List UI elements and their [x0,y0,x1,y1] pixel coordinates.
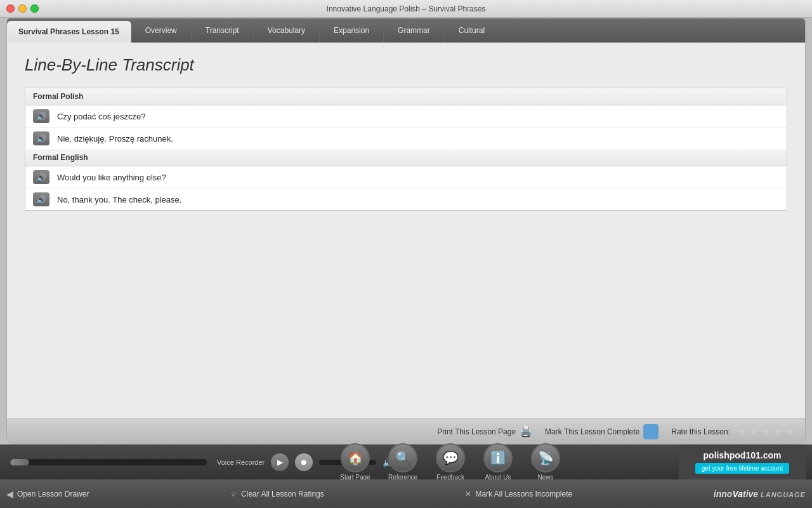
tab-overview[interactable]: Overview [131,18,192,43]
start-page-icon: 🏠 [341,443,370,472]
reference-icon-circle: 🔍 [388,443,417,472]
window-title: Innovative Language Polish – Survival Ph… [327,4,486,13]
maximize-button[interactable] [30,4,39,13]
speaker-icon: 🔊 [36,134,46,144]
speaker-icon: 🔊 [36,112,46,121]
transcript-row: 🔊 No, thank you. The check, please. [25,189,787,210]
audio-button-4[interactable]: 🔊 [33,192,49,206]
x-icon: ✕ [465,490,471,498]
bottom-toolbar: Print This Lesson Page 🖨️ Mark This Less… [7,418,805,444]
feedback-icon-circle: 💬 [436,443,465,472]
mark-incomplete-button[interactable]: ✕ Mark All Lessons Incomplete [465,490,572,498]
brand-suffix: LANGUAGE [761,491,806,498]
transcript-row: 🔊 Nie, dziękuję. Proszę rachunek. [25,128,787,149]
open-drawer-button[interactable]: ◀ Open Lesson Drawer [6,489,89,499]
nav-icons-bar: 🏠 Start Page 🔍 Reference 💬 Feedback ℹ️ A… [228,444,672,479]
clear-ratings-label: Clear All Lesson Ratings [241,490,324,498]
nav-news[interactable]: 📡 News [522,443,570,481]
audio-button-1[interactable]: 🔊 [33,109,49,123]
reference-icon: 🔍 [395,450,411,465]
tab-vocabulary[interactable]: Vocabulary [254,18,320,43]
content-area: Line-By-Line Transcript Formal Polish 🔊 … [7,43,805,444]
rate-lesson: Rate this Lesson: ★ ★ ★ ★ ★ [671,425,795,439]
transcript-table: Formal Polish 🔊 Czy podać coś jeszcze? 🔊… [25,88,787,211]
transcript-text-2: Nie, dziękuję. Proszę rachunek. [57,134,173,144]
star-icon: ☆ [230,490,237,498]
rss-icon: 📡 [538,450,554,465]
section-content-formal-english: 🔊 Would you like anything else? 🔊 No, th… [25,166,787,210]
page-title: Line-By-Line Transcript [25,55,787,75]
star-5[interactable]: ★ [785,425,795,439]
tab-cultural[interactable]: Cultural [445,18,499,43]
section-header-formal-polish: Formal Polish [25,88,787,105]
print-icon: 🖨️ [520,425,532,438]
section-header-formal-english: Formal English [25,149,787,166]
star-1[interactable]: ★ [737,425,747,439]
brand-bold: Va [732,489,743,499]
brand-rest: tive [743,489,761,499]
titlebar-buttons [6,4,39,13]
feedback-icon: 💬 [443,450,459,465]
promo-box: polishpod101.com get your free lifetime … [679,444,806,479]
mark-complete-button[interactable]: Mark This Lesson Complete [545,424,658,439]
transcript-text-1: Czy podać coś jeszcze? [57,112,145,121]
tab-bar: Survival Phrases Lesson 15 Overview Tran… [7,18,805,43]
minimize-button[interactable] [18,4,27,13]
info-icon: ℹ️ [490,450,506,465]
promo-title: polishpod101.com [704,450,782,460]
brand-text: inno [714,489,733,499]
nav-about-us[interactable]: ℹ️ About Us [475,443,522,481]
complete-checkbox[interactable] [643,424,658,439]
home-icon: 🏠 [348,450,363,465]
brand-logo: innoVative LANGUAGE [714,489,806,499]
open-drawer-label: Open Lesson Drawer [17,490,89,498]
star-3[interactable]: ★ [761,425,771,439]
mark-incomplete-label: Mark All Lessons Incomplete [475,490,572,498]
transcript-row: 🔊 Would you like anything else? [25,166,787,189]
progress-bar[interactable] [10,459,207,465]
transcript-text-4: No, thank you. The check, please. [57,195,181,204]
status-bar: ◀ Open Lesson Drawer ☆ Clear All Lesson … [0,479,812,508]
nav-start-page[interactable]: 🏠 Start Page [332,443,379,481]
news-icon-circle: 📡 [531,443,560,472]
section-content-formal-polish: 🔊 Czy podać coś jeszcze? 🔊 Nie, dziękuję… [25,105,787,149]
transcript-text-3: Would you like anything else? [57,173,166,182]
print-button[interactable]: Print This Lesson Page 🖨️ [437,425,532,438]
speaker-icon: 🔊 [36,173,46,182]
print-label: Print This Lesson Page [437,427,516,436]
close-button[interactable] [6,4,15,13]
nav-feedback[interactable]: 💬 Feedback [427,443,475,481]
about-us-icon-circle: ℹ️ [483,443,513,472]
main-content-area: Survival Phrases Lesson 15 Overview Tran… [6,18,806,444]
speaker-icon: 🔊 [36,195,46,204]
star-4[interactable]: ★ [773,425,783,439]
drawer-icon: ◀ [6,489,13,499]
titlebar: Innovative Language Polish – Survival Ph… [0,0,812,18]
progress-fill [10,459,29,465]
tab-transcript[interactable]: Transcript [192,18,254,43]
audio-button-2[interactable]: 🔊 [33,131,49,145]
tab-active-lesson[interactable]: Survival Phrases Lesson 15 [7,21,131,43]
star-rating[interactable]: ★ ★ ★ ★ ★ [737,425,795,439]
transcript-row: 🔊 Czy podać coś jeszcze? [25,105,787,128]
complete-label: Mark This Lesson Complete [545,427,639,436]
audio-button-3[interactable]: 🔊 [33,170,49,184]
promo-button[interactable]: get your free lifetime account [695,463,789,474]
nav-reference[interactable]: 🔍 Reference [379,443,427,481]
clear-ratings-button[interactable]: ☆ Clear All Lesson Ratings [230,490,324,498]
tab-expansion[interactable]: Expansion [320,18,384,43]
star-2[interactable]: ★ [749,425,759,439]
rate-label: Rate this Lesson: [671,427,730,436]
tab-grammar[interactable]: Grammar [384,18,445,43]
